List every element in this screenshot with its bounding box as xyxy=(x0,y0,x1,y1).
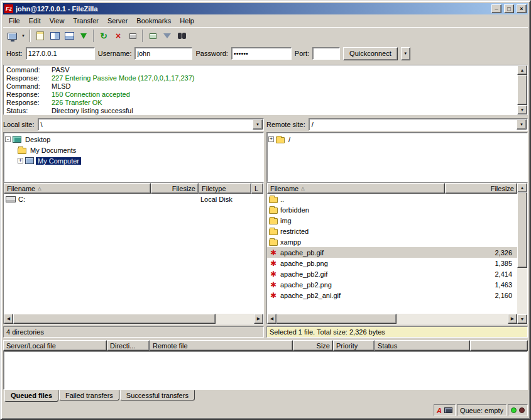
menu-view[interactable]: View xyxy=(45,16,69,26)
file-row[interactable]: img xyxy=(267,215,517,226)
column-header-priority[interactable]: Priority xyxy=(333,340,375,351)
queue-tabs: Queued files Failed transfers Successful… xyxy=(3,390,528,402)
menu-bookmarks[interactable]: Bookmarks xyxy=(132,16,175,26)
scroll-down-icon[interactable]: ▼ xyxy=(517,314,527,324)
local-hscrollbar[interactable]: ◀ ▶ xyxy=(4,314,263,324)
toggle-queue-view-icon[interactable] xyxy=(62,29,76,43)
toggle-tree-view-icon[interactable] xyxy=(48,29,62,43)
scroll-right-icon[interactable]: ▶ xyxy=(254,314,263,324)
maximize-button[interactable]: □ xyxy=(504,4,514,13)
queue-body[interactable] xyxy=(3,351,528,390)
collapse-icon[interactable]: - xyxy=(5,136,11,142)
folder-icon xyxy=(269,207,278,214)
folder-icon xyxy=(269,218,278,224)
local-file-list: Filename△ Filesize Filetype L C: Local D… xyxy=(3,182,264,324)
remote-file-list: Filename△ Filesize .. forbidden xyxy=(266,182,528,324)
column-header-direction[interactable]: Directi... xyxy=(107,340,150,351)
minimize-button[interactable]: _ xyxy=(491,4,501,13)
scrollbar-thumb[interactable] xyxy=(276,314,397,324)
file-row[interactable]: xampp xyxy=(267,236,517,247)
chevron-down-icon[interactable]: ▼ xyxy=(517,119,527,130)
menu-transfer[interactable]: Transfer xyxy=(68,16,103,26)
column-header-server-local-file[interactable]: Server/Local file xyxy=(3,340,107,351)
menu-server[interactable]: Server xyxy=(103,16,132,26)
desktop-icon xyxy=(13,136,21,143)
remote-vscrollbar[interactable]: ▲ ▼ xyxy=(517,183,527,324)
refresh-icon[interactable]: ↻ xyxy=(97,29,111,43)
process-queue-icon[interactable] xyxy=(77,29,90,43)
port-input[interactable] xyxy=(312,47,340,60)
site-manager-icon[interactable] xyxy=(5,29,19,43)
find-icon[interactable] xyxy=(175,29,189,43)
site-manager-dropdown[interactable]: ▼ xyxy=(19,29,27,43)
scroll-left-icon[interactable]: ◀ xyxy=(4,314,13,324)
tree-item-my-computer[interactable]: + My Computer xyxy=(5,155,262,166)
image-file-icon: ✱ xyxy=(269,281,278,289)
reconnect-icon[interactable] xyxy=(146,29,160,43)
column-header-filename[interactable]: Filename△ xyxy=(4,183,151,194)
password-input[interactable] xyxy=(231,47,292,60)
local-site-combo[interactable]: \ ▼ xyxy=(38,118,264,131)
log-scrollbar[interactable]: ▲ ▼ xyxy=(517,65,527,114)
scroll-left-icon[interactable]: ◀ xyxy=(267,314,276,324)
remote-list-body: .. forbidden img restricted xyxy=(267,194,517,314)
tree-item-my-documents[interactable]: My Documents xyxy=(5,145,262,155)
file-row[interactable]: restricted xyxy=(267,226,517,236)
transfer-type-panel[interactable]: A xyxy=(434,404,456,416)
expand-icon[interactable]: + xyxy=(268,136,274,142)
file-row[interactable]: ✱apache_pb.png 1,385 xyxy=(267,258,517,268)
plug-green-icon xyxy=(150,33,156,39)
column-header-lastmodified[interactable]: L xyxy=(251,183,263,194)
scroll-right-icon[interactable]: ▶ xyxy=(508,314,517,324)
expand-icon[interactable]: + xyxy=(18,158,23,163)
quickconnect-button[interactable]: Quickconnect xyxy=(343,47,398,60)
remote-hscrollbar[interactable]: ◀ ▶ xyxy=(267,314,517,324)
queue-status-text: Queue: empty xyxy=(460,407,503,414)
scrollbar-thumb[interactable] xyxy=(517,192,527,268)
titlebar[interactable]: Fz john@127.0.0.1 - FileZilla _ □ × xyxy=(3,3,528,14)
column-header-status[interactable]: Status xyxy=(375,340,470,351)
column-header-filesize[interactable]: Filesize xyxy=(151,183,199,194)
column-header-filename[interactable]: Filename△ xyxy=(267,183,445,194)
browser-panes: Local site: \ ▼ - Desktop My Documents xyxy=(3,118,528,338)
username-input[interactable] xyxy=(134,47,192,60)
file-row[interactable]: forbidden xyxy=(267,204,517,215)
file-row[interactable]: C: Local Disk xyxy=(4,194,263,204)
scroll-up-icon[interactable]: ▲ xyxy=(517,183,527,192)
remote-site-combo[interactable]: / ▼ xyxy=(309,118,528,131)
tab-successful-transfers[interactable]: Successful transfers xyxy=(120,390,195,401)
scrollbar-thumb[interactable] xyxy=(517,75,527,105)
scroll-up-icon[interactable]: ▲ xyxy=(517,65,527,75)
log-line: Response:226 Transfer OK xyxy=(6,99,515,107)
remote-tree: + / xyxy=(266,132,528,182)
filter-icon[interactable] xyxy=(160,29,174,43)
column-header-remote-file[interactable]: Remote file xyxy=(150,340,293,351)
note-icon xyxy=(36,31,44,40)
column-header-filesize[interactable]: Filesize xyxy=(445,183,517,194)
toolbar: ▼ ↻ × xyxy=(3,27,528,44)
cancel-icon[interactable]: × xyxy=(111,29,125,43)
disconnect-icon[interactable] xyxy=(126,29,140,43)
column-header-filetype[interactable]: Filetype xyxy=(199,183,251,194)
host-input[interactable] xyxy=(26,47,95,60)
file-row[interactable]: ✱apache_pb2.gif 2,414 xyxy=(267,268,517,279)
file-row[interactable]: ✱apache_pb2.png 1,463 xyxy=(267,279,517,290)
column-header-size[interactable]: Size xyxy=(293,340,333,351)
quickconnect-dropdown[interactable]: ▼ xyxy=(401,47,410,60)
tree-item-root[interactable]: + / xyxy=(268,134,526,145)
chevron-down-icon[interactable]: ▼ xyxy=(253,119,263,130)
tab-queued-files[interactable]: Queued files xyxy=(4,390,58,402)
close-button[interactable]: × xyxy=(517,4,527,13)
file-row[interactable]: .. xyxy=(267,194,517,204)
menu-file[interactable]: File xyxy=(4,16,25,26)
scrollbar-thumb[interactable] xyxy=(13,314,216,324)
file-row-selected[interactable]: ✱apache_pb.gif 2,326 xyxy=(267,247,517,258)
menu-help[interactable]: Help xyxy=(175,16,199,26)
menu-edit[interactable]: Edit xyxy=(25,16,45,26)
tab-failed-transfers[interactable]: Failed transfers xyxy=(59,390,119,401)
tree-item-desktop[interactable]: - Desktop xyxy=(5,134,262,145)
file-row[interactable]: ✱apache_pb2_ani.gif 2,160 xyxy=(267,290,517,301)
local-site-label: Local site: xyxy=(3,121,35,128)
toggle-message-log-icon[interactable] xyxy=(33,29,47,43)
scroll-down-icon[interactable]: ▼ xyxy=(517,105,527,114)
